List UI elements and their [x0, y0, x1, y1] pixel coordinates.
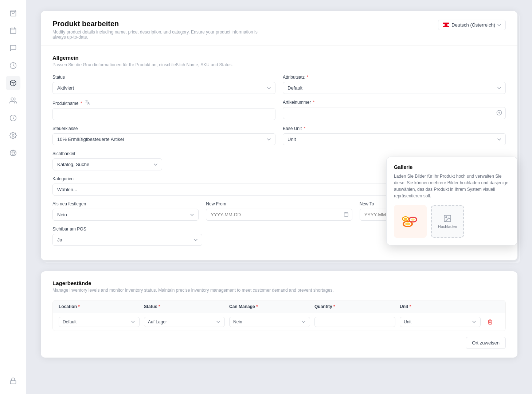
- translate-icon[interactable]: [85, 101, 90, 106]
- section-title-allgemein: Allgemein: [52, 55, 506, 61]
- calendar-input-icon: [344, 212, 349, 218]
- steuerklasse-select[interactable]: 10% Ermäßigtbesteuerte Artikel 20% Stand…: [52, 133, 275, 145]
- form-row-2: Produktname * Nigiri Sushi: [52, 100, 506, 120]
- new-from-label: New From: [206, 201, 352, 206]
- steuerklasse-group: Steuerklasse 10% Ermäßigtbesteuerte Arti…: [52, 126, 275, 145]
- sidebar-item-globe[interactable]: [6, 146, 20, 160]
- trash-icon: [487, 319, 493, 325]
- delete-row-button[interactable]: [485, 317, 495, 327]
- svg-rect-16: [344, 212, 348, 216]
- als-neu-select[interactable]: Nein Ja: [52, 209, 199, 221]
- main-content: Produkt bearbeiten Modify product detail…: [26, 0, 532, 394]
- sidebar-item-cart[interactable]: [6, 6, 20, 20]
- svg-rect-12: [10, 381, 16, 384]
- main-card: Produkt bearbeiten Modify product detail…: [41, 11, 517, 260]
- row-status-select[interactable]: Auf Lager Nicht vorrätig: [144, 317, 225, 327]
- artikelnummer-group: Artikelnummer * 10000: [283, 100, 506, 120]
- quantity-cell: 0.0000: [314, 317, 395, 327]
- attributsatz-group: Attributsatz * Default: [283, 75, 506, 94]
- svg-point-35: [446, 217, 447, 218]
- add-location-button[interactable]: Ort zuweisen: [466, 337, 506, 349]
- svg-rect-1: [10, 28, 16, 34]
- gallery-popup: Gallerie Laden Sie Bilder für Ihr Produk…: [386, 157, 517, 245]
- col-unit: Unit *: [400, 304, 481, 309]
- page-subtitle: Modify product details including name, p…: [52, 29, 271, 40]
- inventory-table: Location * Status * Can Manage * Qu: [52, 300, 506, 331]
- unit-select[interactable]: Unit kg g: [400, 317, 481, 327]
- delete-cell: [485, 317, 500, 327]
- artikelnummer-input-wrap: 10000: [283, 107, 506, 119]
- sichtbarkeit-group: Sichtbarkeit Katalog, Suche Katalog Such…: [52, 151, 162, 170]
- attributsatz-label: Attributsatz *: [283, 75, 506, 80]
- als-neu-label: Als neu festlegen: [52, 201, 199, 206]
- sidebar: [0, 0, 26, 394]
- language-selector[interactable]: Deutsch (Österreich): [438, 20, 506, 30]
- sidebar-item-lock[interactable]: [6, 374, 20, 388]
- can-manage-select[interactable]: Nein Ja: [229, 317, 310, 327]
- produktname-input[interactable]: Nigiri Sushi: [52, 108, 275, 120]
- artikelnummer-input[interactable]: 10000: [283, 107, 506, 119]
- svg-point-7: [11, 98, 13, 101]
- inventory-title: Lagerbestände: [52, 280, 506, 286]
- sidebar-item-users[interactable]: [6, 93, 20, 108]
- base-unit-group: Base Unit * Unit kg g: [283, 126, 506, 145]
- artikelnummer-label: Artikelnummer *: [283, 100, 506, 105]
- card-header: Produkt bearbeiten Modify product detail…: [41, 11, 517, 46]
- language-label: Deutsch (Österreich): [451, 22, 495, 28]
- quantity-input[interactable]: 0.0000: [314, 317, 395, 327]
- gallery-items: Hochladen: [394, 205, 510, 238]
- col-can-manage: Can Manage *: [229, 304, 310, 309]
- status-select[interactable]: Aktiviert Deaktiviert: [52, 82, 275, 94]
- sidebar-item-chat[interactable]: [6, 41, 20, 55]
- base-unit-select[interactable]: Unit kg g: [283, 133, 506, 145]
- base-unit-label: Base Unit *: [283, 126, 506, 131]
- section-desc-allgemein: Passen Sie die Grundinformationen für Ih…: [52, 62, 506, 67]
- chevron-down-icon: [497, 24, 501, 26]
- add-location-area: Ort zuweisen: [52, 337, 506, 349]
- upload-icon: [443, 214, 452, 223]
- can-manage-cell: Nein Ja: [229, 317, 310, 327]
- svg-point-27: [405, 222, 410, 225]
- inventory-card: Lagerbestände Manage inventory levels an…: [41, 271, 517, 358]
- sidebar-item-history[interactable]: [6, 58, 20, 73]
- header-text: Produkt bearbeiten Modify product detail…: [52, 20, 271, 40]
- inventory-desc: Manage inventory levels and monitor inve…: [52, 288, 506, 293]
- form-row-7: Sichtbar am POS Ja Nein: [52, 226, 202, 246]
- sidebar-item-settings[interactable]: [6, 128, 20, 143]
- gallery-desc: Laden Sie Bilder für Ihr Produkt hoch un…: [394, 173, 510, 199]
- als-neu-group: Als neu festlegen Nein Ja: [52, 201, 199, 221]
- sidebar-item-reports[interactable]: [6, 111, 20, 125]
- sidebar-item-products[interactable]: [6, 76, 20, 90]
- gallery-image-item[interactable]: [394, 205, 427, 238]
- status-cell: Auf Lager Nicht vorrätig: [144, 317, 225, 327]
- location-select[interactable]: Default: [59, 317, 140, 327]
- svg-point-9: [12, 135, 14, 137]
- attributsatz-select[interactable]: Default: [283, 82, 506, 94]
- status-group: Status Aktiviert Deaktiviert: [52, 75, 275, 94]
- table-row: Default Auf Lager Nicht vorrätig Nein: [53, 313, 505, 331]
- upload-label: Hochladen: [438, 224, 457, 229]
- sichtbar-pos-select[interactable]: Ja Nein: [52, 234, 202, 246]
- form-row-3: Steuerklasse 10% Ermäßigtbesteuerte Arti…: [52, 126, 506, 145]
- new-from-input[interactable]: [206, 209, 352, 221]
- sichtbarkeit-label: Sichtbarkeit: [52, 151, 162, 156]
- sichtbarkeit-select[interactable]: Katalog, Suche Katalog Suche: [52, 158, 162, 170]
- new-from-input-wrap: [206, 209, 352, 221]
- attributsatz-required: *: [306, 75, 308, 80]
- gallery-upload-item[interactable]: Hochladen: [431, 205, 464, 238]
- svg-point-30: [411, 218, 415, 221]
- unit-cell: Unit kg g: [400, 317, 481, 327]
- col-status: Status *: [144, 304, 225, 309]
- table-header: Location * Status * Can Manage * Qu: [53, 300, 505, 313]
- form-row-1: Status Aktiviert Deaktiviert Attributsat…: [52, 75, 506, 94]
- col-quantity: Quantity *: [314, 304, 395, 309]
- svg-point-33: [404, 218, 407, 220]
- plus-circle-icon[interactable]: [496, 110, 502, 117]
- produktname-label: Produktname *: [52, 100, 275, 106]
- new-from-group: New From: [206, 201, 352, 221]
- sidebar-item-calendar[interactable]: [6, 23, 20, 38]
- sichtbar-pos-group: Sichtbar am POS Ja Nein: [52, 226, 202, 246]
- gallery-title: Gallerie: [394, 164, 510, 170]
- flag-icon: [443, 23, 449, 27]
- status-label: Status: [52, 75, 275, 80]
